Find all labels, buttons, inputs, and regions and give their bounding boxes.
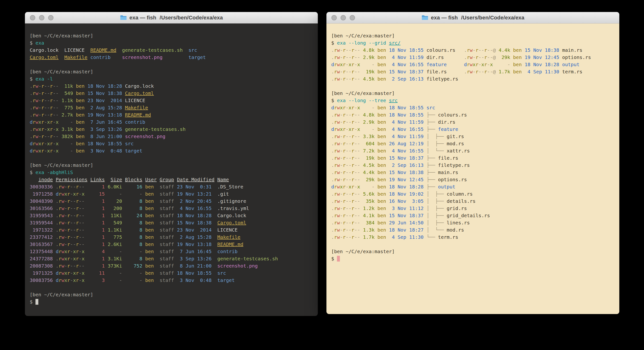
traffic-lights <box>30 12 54 23</box>
minimize-button[interactable] <box>340 15 346 20</box>
terminal-line: Cargo.toml Makefile contrib screenshot.p… <box>30 54 313 61</box>
terminal-line: .rw-r--r-- 3.3k ben 4 Nov 11:59 │ ├── gi… <box>331 133 614 140</box>
terminal-line: .rw-r--r-- 35k ben 16 Nov 3:05 │ ├── det… <box>331 198 614 205</box>
terminal-line: $ exa --long --tree src <box>331 97 614 104</box>
zoom-button[interactable] <box>350 15 355 20</box>
terminal-line <box>331 82 614 90</box>
minimize-button[interactable] <box>39 15 44 20</box>
window-title-path: /Users/ben/Code/exa/exa <box>461 14 524 21</box>
terminal-line: .rw-r--r-- 604 ben 26 Aug 12:19 │ ├── mo… <box>331 140 614 147</box>
terminal-line: drwxr-xr-x - ben 18 Nov 18:55 src <box>331 104 614 111</box>
window-title-app: exa — fish <box>431 14 458 21</box>
terminal-window-light: exa — fish /Users/ben/Code/exa/exa [ben … <box>326 12 619 314</box>
terminal-line: 1971325 drwxr-xr-x 11 - - ben staff 18 N… <box>30 270 313 277</box>
terminal-line: 23377412 .rw-r--r-- 1 775 8 ben staff 2 … <box>30 234 313 241</box>
close-button[interactable] <box>30 15 35 20</box>
terminal-line: .rwxr-xr-x 3.1k ben 3 Sep 13:26 generate… <box>30 126 313 133</box>
terminal-line: drwxr-xr-x - ben 4 Nov 16:55 ├── feature <box>331 126 614 133</box>
terminal-content[interactable]: [ben ~/C/e/exa:master]$ exa --long --gri… <box>326 24 619 314</box>
terminal-line: .rw-r--r-- 5.6k ben 18 Nov 19:02 │ ├── c… <box>331 190 614 198</box>
terminal-line: .rw-r--r-- 2.9k ben 4 Nov 11:59 ├── dir.… <box>331 118 614 126</box>
titlebar[interactable]: exa — fish /Users/ben/Code/exa/exa <box>326 12 619 24</box>
terminal-line: drwxr-xr-x - ben 7 Jun 16:45 contrib <box>30 118 313 126</box>
titlebar[interactable]: exa — fish /Users/ben/Code/exa/exa <box>25 12 318 24</box>
desktop-background: exa — fish /Users/ben/Code/exa/exa [ben … <box>0 0 644 350</box>
terminal-line: 30048390 .rw-r--r-- 1 20 8 ben staff 2 N… <box>30 198 313 205</box>
terminal-window-dark: exa — fish /Users/ben/Code/exa/exa [ben … <box>25 12 318 316</box>
terminal-line: 1971322 .rw-r--r-- 1 1.1Ki 8 ben staff 2… <box>30 226 313 234</box>
terminal-line: $ exa -l <box>30 75 313 82</box>
terminal-line: 30030336 .rw-r--r-- 1 6.0Ki 16 ben staff… <box>30 183 313 190</box>
terminal-line: drwxr-xr-x - ben 18 Nov 18:28 ├── output <box>331 183 614 190</box>
terminal-line: .rw-r--r-- 4.4k ben 15 Nov 18:38 ├── mai… <box>331 169 614 176</box>
close-button[interactable] <box>332 15 337 20</box>
terminal-line: 30083756 drwxr-xr-x 3 - - ben staff 3 No… <box>30 277 313 284</box>
terminal-line: .rw-r--r-- 1.1k ben 23 Nov 2014 LICENCE <box>30 97 313 104</box>
terminal-line: .rw-r--r-- 4.1k ben 15 Nov 18:37 │ ├── g… <box>331 212 614 219</box>
terminal-line: drwxr-xr-x - ben 18 Nov 18:55 src <box>30 140 313 147</box>
terminal-line <box>30 284 313 291</box>
terminal-line: .rw-r--r-- 549 ben 15 Nov 18:38 Cargo.to… <box>30 90 313 97</box>
terminal-line: $ exa <box>30 39 313 46</box>
terminal-line: 12375448 drwxr-xr-x 4 - - ben staff 7 Ju… <box>30 248 313 255</box>
terminal-line: .rw-r--r-- 4.5k ben 2 Sep 16:13 filetype… <box>331 75 614 82</box>
terminal-line: [ben ~/C/e/exa:master] <box>331 90 614 97</box>
terminal-line: .rw-r--r-- 19k ben 15 Nov 18:37 file.rs … <box>331 68 614 75</box>
terminal-line: .rw-r--r-- 1.3k ben 18 Nov 18:27 │ └── m… <box>331 226 614 234</box>
terminal-line <box>30 154 313 162</box>
terminal-cursor <box>36 299 38 305</box>
terminal-line <box>331 241 614 248</box>
terminal-line <box>30 61 313 68</box>
terminal-line: .rw-r--r-- 1.7k ben 4 Sep 11:30 └── term… <box>331 234 614 241</box>
terminal-line: 31959543 .rw-r--r-- 1 11Ki 24 ben staff … <box>30 212 313 219</box>
terminal-line: drwxr-xr-x - ben 4 Nov 16:55 feature drw… <box>331 61 614 68</box>
terminal-line: 30163567 .rw-r--r-- 1 2.6Ki 8 ben staff … <box>30 241 313 248</box>
window-title: exa — fish /Users/ben/Code/exa/exa <box>120 14 223 21</box>
terminal-content[interactable]: [ben ~/C/e/exa:master]$ exaCargo.lock LI… <box>25 24 318 316</box>
folder-icon <box>120 15 127 20</box>
terminal-line: .rw-r--r-- 2.9k ben 4 Nov 11:59 dir.rs .… <box>331 54 614 61</box>
terminal-line: [ben ~/C/e/exa:master] <box>30 32 313 39</box>
window-title: exa — fish /Users/ben/Code/exa/exa <box>421 14 524 21</box>
traffic-lights <box>332 12 355 23</box>
terminal-line: $ <box>331 255 614 262</box>
terminal-line: 20087308 .rw-r--r-- 1 373Ki 752 ben staf… <box>30 262 313 270</box>
terminal-line: Cargo.lock LICENCE README.md generate-te… <box>30 46 313 54</box>
terminal-line: [ben ~/C/e/exa:master] <box>30 291 313 298</box>
terminal-line: 31959544 .rw-r--r-- 1 549 8 ben staff 15… <box>30 219 313 226</box>
window-title-path: /Users/ben/Code/exa/exa <box>160 14 223 21</box>
terminal-line: .rw-r--r-- 382k ben 8 Jun 21:00 screensh… <box>30 133 313 140</box>
terminal-line: $ <box>30 298 313 306</box>
terminal-line: drwxr-xr-x - ben 3 Nov 0:48 target <box>30 147 313 154</box>
terminal-line: .rw-r--r-- 4.8k ben 18 Nov 18:55 ├── col… <box>331 111 614 118</box>
terminal-line: [ben ~/C/e/exa:master] <box>331 248 614 255</box>
terminal-line: 1971258 drwxr-xr-x 15 - - ben staff 19 N… <box>30 190 313 198</box>
terminal-line: .rw-r--r-- 1.2k ben 3 Nov 11:12 │ ├── gr… <box>331 205 614 212</box>
zoom-button[interactable] <box>48 15 54 20</box>
terminal-line: [ben ~/C/e/exa:master] <box>30 68 313 75</box>
terminal-line: inode Permissions Links Size Blocks User… <box>30 176 313 183</box>
folder-icon <box>421 15 428 20</box>
terminal-line: [ben ~/C/e/exa:master] <box>331 32 614 39</box>
terminal-line: .rw-r--r-- 2.7k ben 19 Nov 13:18 README.… <box>30 111 313 118</box>
window-title-app: exa — fish <box>130 14 156 21</box>
terminal-line: .rw-r--r-- 19k ben 15 Nov 18:37 ├── file… <box>331 154 614 162</box>
terminal-line: 30163566 .rw-r--r-- 1 200 8 ben staff 4 … <box>30 205 313 212</box>
terminal-line: .rw-r--r-- 775 ben 2 Aug 15:28 Makefile <box>30 104 313 111</box>
terminal-cursor <box>337 256 340 262</box>
terminal-line: .rw-r--r-- 4.5k ben 2 Sep 16:13 ├── file… <box>331 162 614 169</box>
terminal-line: $ exa -abghHliS <box>30 169 313 176</box>
terminal-line: .rw-r--r-- 4.8k ben 18 Nov 18:55 colours… <box>331 46 614 54</box>
terminal-line: .rw-r--r-- 7.2k ben 4 Nov 16:55 │ └── xa… <box>331 147 614 154</box>
terminal-line: .rw-r--r-- 29k ben 19 Nov 12:45 ├── opti… <box>331 176 614 183</box>
terminal-line: $ exa --long --grid src/ <box>331 39 614 46</box>
terminal-line: .rw-r--r-- 11k ben 18 Nov 18:28 Cargo.lo… <box>30 82 313 90</box>
terminal-line: .rw-r--r-- 384 ben 29 Jun 14:50 │ ├── li… <box>331 219 614 226</box>
terminal-line: 24377288 .rwxr-xr-x 1 3.1Ki 8 ben staff … <box>30 255 313 262</box>
terminal-line: [ben ~/C/e/exa:master] <box>30 162 313 169</box>
